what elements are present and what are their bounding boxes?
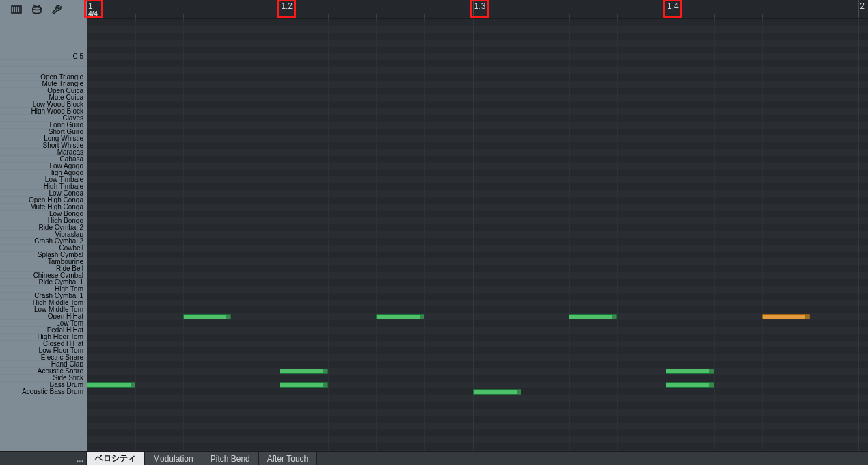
lane-label[interactable]: Low Bongo (0, 211, 87, 217)
lane-label[interactable]: Low Middle Tom (0, 306, 87, 313)
grid-row (87, 115, 868, 122)
lane-label[interactable]: Ride Cymbal 1 (0, 279, 87, 286)
grid-subline (521, 19, 521, 451)
midi-note[interactable] (666, 369, 714, 374)
ruler-subtick (376, 14, 377, 19)
lane-label[interactable]: Short Whistle (0, 142, 87, 149)
tabs-ellipsis[interactable]: ... (77, 454, 83, 464)
ruler-label: 1.4 (667, 1, 679, 11)
lane-label[interactable]: Crash Cymbal 2 (0, 238, 87, 245)
lane-list: C 5Open TriangleMute TriangleOpen CuicaM… (0, 53, 87, 395)
lane-label[interactable]: Crash Cymbal 1 (0, 293, 87, 300)
lane-label[interactable]: Claves (0, 115, 87, 122)
lane-label[interactable]: Low Timbale (0, 176, 87, 183)
lane-label[interactable]: Long Guiro (0, 122, 87, 129)
timeline-ruler[interactable]: 4/4 11.21.31.42 (87, 0, 868, 19)
grid-row (87, 361, 868, 368)
lane-label[interactable]: Open Cuica (0, 88, 87, 94)
lane-label[interactable]: Splash Cymbal (0, 252, 87, 258)
grid-row (87, 368, 868, 375)
lane-label[interactable]: Closed HiHat (0, 341, 87, 347)
lane-label[interactable]: High Timbale (0, 183, 87, 190)
lane-label[interactable]: Hand Clap (0, 361, 87, 368)
midi-note[interactable] (280, 369, 328, 374)
midi-note[interactable] (376, 314, 424, 319)
lane-label[interactable]: Vibraslap (0, 231, 87, 238)
lane-label[interactable]: High Bongo (0, 217, 87, 224)
lane-label[interactable]: Mute Triangle (0, 81, 87, 88)
lane-label[interactable]: Open HiHat (0, 313, 87, 320)
lane-label[interactable]: Ride Bell (0, 265, 87, 272)
lane-label[interactable]: Pedal HiHat (0, 327, 87, 334)
lane-label[interactable]: Ride Cymbal 2 (0, 224, 87, 231)
lane-label[interactable]: C 5 (0, 53, 87, 60)
lane-label[interactable]: Acoustic Snare (0, 368, 87, 375)
midi-note[interactable] (666, 382, 714, 388)
ruler-tick (473, 0, 474, 18)
grid-row (87, 423, 868, 429)
lane-label[interactable] (0, 60, 87, 67)
lane-label[interactable]: Chinese Cymbal (0, 272, 87, 279)
midi-note[interactable] (473, 389, 521, 395)
midi-note[interactable] (762, 314, 811, 319)
lane-label[interactable]: Cabasa (0, 156, 87, 163)
grid-row (87, 293, 868, 300)
lane-label[interactable]: Open High Conga (0, 197, 87, 204)
grid-row (87, 238, 868, 245)
lane-label[interactable] (0, 67, 87, 74)
midi-note[interactable] (280, 382, 328, 388)
lane-label[interactable]: Cowbell (0, 245, 87, 252)
grid-row (87, 279, 868, 286)
piano-icon[interactable] (10, 3, 23, 16)
grid-row (87, 286, 868, 293)
grid-row (87, 197, 868, 204)
lane-label[interactable]: High Agogo (0, 170, 87, 176)
grid-row (87, 436, 868, 443)
lane-label[interactable]: Open Triangle (0, 74, 87, 81)
grid-row (87, 94, 868, 101)
grid-row (87, 122, 868, 129)
midi-note[interactable] (183, 314, 232, 319)
ruler-subtick (232, 14, 232, 19)
lane-label[interactable]: Low Floor Tom (0, 347, 87, 354)
ruler-subtick (183, 14, 184, 19)
grid-row (87, 395, 868, 402)
grid-row (87, 176, 868, 183)
note-grid[interactable] (87, 19, 868, 451)
grid-row (87, 265, 868, 272)
bottom-tab[interactable]: After Touch (259, 452, 317, 465)
lane-label[interactable]: Long Whistle (0, 135, 87, 142)
ruler-label: 1 (88, 1, 93, 11)
time-signature: 4/4 (88, 10, 98, 18)
bottom-tab[interactable]: Pitch Bend (202, 452, 259, 465)
bottom-tab[interactable]: ベロシティ (87, 452, 145, 465)
lane-label[interactable]: Mute High Conga (0, 204, 87, 211)
ruler-tick (858, 0, 859, 18)
lane-label[interactable]: Short Guiro (0, 129, 87, 135)
lane-label[interactable]: Mute Cuica (0, 94, 87, 101)
lane-label[interactable]: Side Stick (0, 375, 87, 382)
lane-label[interactable]: Low Wood Block (0, 101, 87, 108)
lane-label[interactable]: High Tom (0, 286, 87, 293)
lane-label[interactable]: Acoustic Bass Drum (0, 388, 87, 395)
bottom-tab[interactable]: Modulation (145, 452, 202, 465)
lane-label[interactable]: Low Agogo (0, 163, 87, 170)
lane-label[interactable]: Electric Snare (0, 354, 87, 361)
lane-label[interactable]: Tambourine (0, 258, 87, 265)
grid-row (87, 306, 868, 313)
lane-label[interactable]: Bass Drum (0, 382, 87, 388)
ruler-subtick (714, 14, 715, 19)
wrench-icon[interactable] (51, 3, 64, 16)
lane-label[interactable]: Low Tom (0, 320, 87, 327)
grid-subline (762, 19, 763, 451)
midi-note[interactable] (87, 382, 135, 388)
lane-label[interactable]: Maracas (0, 149, 87, 156)
grid-subline (328, 19, 329, 451)
lane-label[interactable]: High Floor Tom (0, 334, 87, 341)
grid-row (87, 402, 868, 409)
drum-icon[interactable] (30, 3, 44, 16)
lane-label[interactable]: High Middle Tom (0, 300, 87, 306)
lane-label[interactable]: Low Conga (0, 190, 87, 197)
midi-note[interactable] (569, 314, 617, 319)
lane-label[interactable]: High Wood Block (0, 108, 87, 115)
